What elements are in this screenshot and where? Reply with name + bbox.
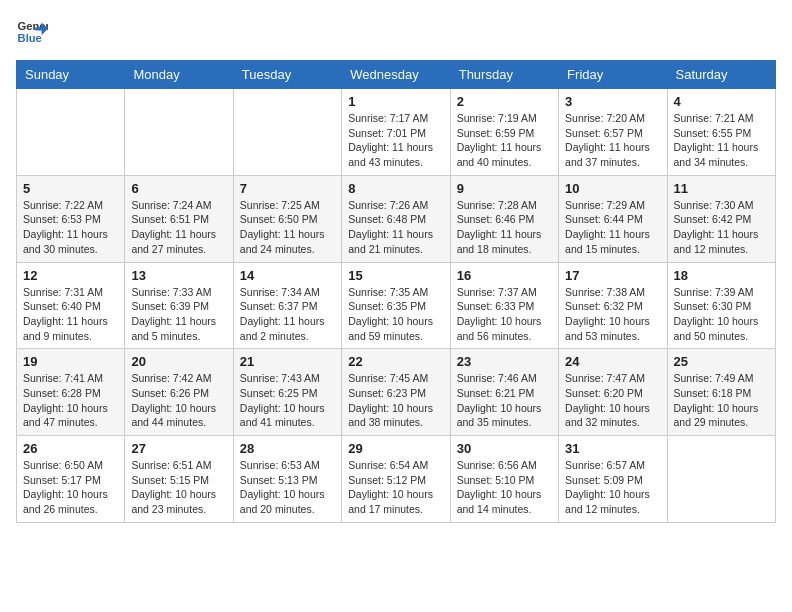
calendar-cell: 27Sunrise: 6:51 AMSunset: 5:15 PMDayligh… (125, 436, 233, 523)
calendar-cell: 1Sunrise: 7:17 AMSunset: 7:01 PMDaylight… (342, 89, 450, 176)
day-info: Sunrise: 6:57 AMSunset: 5:09 PMDaylight:… (565, 458, 660, 517)
calendar-cell: 10Sunrise: 7:29 AMSunset: 6:44 PMDayligh… (559, 175, 667, 262)
day-info: Sunrise: 7:38 AMSunset: 6:32 PMDaylight:… (565, 285, 660, 344)
calendar-cell (17, 89, 125, 176)
day-info: Sunrise: 7:28 AMSunset: 6:46 PMDaylight:… (457, 198, 552, 257)
day-number: 25 (674, 354, 769, 369)
day-number: 24 (565, 354, 660, 369)
day-info: Sunrise: 7:26 AMSunset: 6:48 PMDaylight:… (348, 198, 443, 257)
day-info: Sunrise: 7:47 AMSunset: 6:20 PMDaylight:… (565, 371, 660, 430)
weekday-header-friday: Friday (559, 61, 667, 89)
calendar-cell: 14Sunrise: 7:34 AMSunset: 6:37 PMDayligh… (233, 262, 341, 349)
weekday-header-thursday: Thursday (450, 61, 558, 89)
day-info: Sunrise: 7:45 AMSunset: 6:23 PMDaylight:… (348, 371, 443, 430)
logo: General Blue (16, 16, 48, 48)
calendar-cell: 4Sunrise: 7:21 AMSunset: 6:55 PMDaylight… (667, 89, 775, 176)
calendar-cell: 6Sunrise: 7:24 AMSunset: 6:51 PMDaylight… (125, 175, 233, 262)
day-info: Sunrise: 7:31 AMSunset: 6:40 PMDaylight:… (23, 285, 118, 344)
day-number: 7 (240, 181, 335, 196)
calendar-header-row: SundayMondayTuesdayWednesdayThursdayFrid… (17, 61, 776, 89)
calendar-cell: 12Sunrise: 7:31 AMSunset: 6:40 PMDayligh… (17, 262, 125, 349)
calendar-week-row: 19Sunrise: 7:41 AMSunset: 6:28 PMDayligh… (17, 349, 776, 436)
day-number: 12 (23, 268, 118, 283)
day-info: Sunrise: 7:34 AMSunset: 6:37 PMDaylight:… (240, 285, 335, 344)
day-number: 6 (131, 181, 226, 196)
day-info: Sunrise: 7:37 AMSunset: 6:33 PMDaylight:… (457, 285, 552, 344)
calendar-cell: 8Sunrise: 7:26 AMSunset: 6:48 PMDaylight… (342, 175, 450, 262)
day-info: Sunrise: 6:54 AMSunset: 5:12 PMDaylight:… (348, 458, 443, 517)
day-number: 18 (674, 268, 769, 283)
calendar-cell (667, 436, 775, 523)
calendar-cell: 17Sunrise: 7:38 AMSunset: 6:32 PMDayligh… (559, 262, 667, 349)
day-number: 15 (348, 268, 443, 283)
day-info: Sunrise: 7:19 AMSunset: 6:59 PMDaylight:… (457, 111, 552, 170)
day-info: Sunrise: 6:53 AMSunset: 5:13 PMDaylight:… (240, 458, 335, 517)
day-number: 22 (348, 354, 443, 369)
calendar-cell: 28Sunrise: 6:53 AMSunset: 5:13 PMDayligh… (233, 436, 341, 523)
day-number: 19 (23, 354, 118, 369)
day-number: 2 (457, 94, 552, 109)
day-info: Sunrise: 6:51 AMSunset: 5:15 PMDaylight:… (131, 458, 226, 517)
day-info: Sunrise: 7:30 AMSunset: 6:42 PMDaylight:… (674, 198, 769, 257)
day-number: 27 (131, 441, 226, 456)
logo-icon: General Blue (16, 16, 48, 48)
calendar-cell: 7Sunrise: 7:25 AMSunset: 6:50 PMDaylight… (233, 175, 341, 262)
calendar-cell: 31Sunrise: 6:57 AMSunset: 5:09 PMDayligh… (559, 436, 667, 523)
calendar-table: SundayMondayTuesdayWednesdayThursdayFrid… (16, 60, 776, 523)
day-number: 23 (457, 354, 552, 369)
day-number: 21 (240, 354, 335, 369)
day-info: Sunrise: 7:49 AMSunset: 6:18 PMDaylight:… (674, 371, 769, 430)
day-info: Sunrise: 7:35 AMSunset: 6:35 PMDaylight:… (348, 285, 443, 344)
calendar-cell (125, 89, 233, 176)
calendar-cell: 21Sunrise: 7:43 AMSunset: 6:25 PMDayligh… (233, 349, 341, 436)
day-number: 31 (565, 441, 660, 456)
day-number: 8 (348, 181, 443, 196)
day-number: 17 (565, 268, 660, 283)
weekday-header-saturday: Saturday (667, 61, 775, 89)
day-info: Sunrise: 7:46 AMSunset: 6:21 PMDaylight:… (457, 371, 552, 430)
calendar-week-row: 12Sunrise: 7:31 AMSunset: 6:40 PMDayligh… (17, 262, 776, 349)
day-info: Sunrise: 7:33 AMSunset: 6:39 PMDaylight:… (131, 285, 226, 344)
day-info: Sunrise: 7:21 AMSunset: 6:55 PMDaylight:… (674, 111, 769, 170)
calendar-week-row: 1Sunrise: 7:17 AMSunset: 7:01 PMDaylight… (17, 89, 776, 176)
day-number: 5 (23, 181, 118, 196)
day-number: 1 (348, 94, 443, 109)
day-number: 14 (240, 268, 335, 283)
day-info: Sunrise: 7:24 AMSunset: 6:51 PMDaylight:… (131, 198, 226, 257)
calendar-cell: 13Sunrise: 7:33 AMSunset: 6:39 PMDayligh… (125, 262, 233, 349)
calendar-cell: 16Sunrise: 7:37 AMSunset: 6:33 PMDayligh… (450, 262, 558, 349)
day-number: 26 (23, 441, 118, 456)
calendar-week-row: 5Sunrise: 7:22 AMSunset: 6:53 PMDaylight… (17, 175, 776, 262)
calendar-cell: 26Sunrise: 6:50 AMSunset: 5:17 PMDayligh… (17, 436, 125, 523)
calendar-cell: 9Sunrise: 7:28 AMSunset: 6:46 PMDaylight… (450, 175, 558, 262)
calendar-cell: 23Sunrise: 7:46 AMSunset: 6:21 PMDayligh… (450, 349, 558, 436)
calendar-cell: 20Sunrise: 7:42 AMSunset: 6:26 PMDayligh… (125, 349, 233, 436)
day-number: 29 (348, 441, 443, 456)
calendar-cell: 3Sunrise: 7:20 AMSunset: 6:57 PMDaylight… (559, 89, 667, 176)
calendar-cell: 30Sunrise: 6:56 AMSunset: 5:10 PMDayligh… (450, 436, 558, 523)
day-number: 20 (131, 354, 226, 369)
page-header: General Blue (16, 16, 776, 48)
day-info: Sunrise: 7:39 AMSunset: 6:30 PMDaylight:… (674, 285, 769, 344)
day-info: Sunrise: 7:42 AMSunset: 6:26 PMDaylight:… (131, 371, 226, 430)
weekday-header-monday: Monday (125, 61, 233, 89)
day-number: 16 (457, 268, 552, 283)
day-number: 9 (457, 181, 552, 196)
day-info: Sunrise: 7:22 AMSunset: 6:53 PMDaylight:… (23, 198, 118, 257)
day-info: Sunrise: 6:56 AMSunset: 5:10 PMDaylight:… (457, 458, 552, 517)
calendar-cell: 29Sunrise: 6:54 AMSunset: 5:12 PMDayligh… (342, 436, 450, 523)
svg-text:Blue: Blue (18, 32, 42, 44)
weekday-header-wednesday: Wednesday (342, 61, 450, 89)
day-number: 28 (240, 441, 335, 456)
day-info: Sunrise: 7:25 AMSunset: 6:50 PMDaylight:… (240, 198, 335, 257)
day-number: 10 (565, 181, 660, 196)
day-info: Sunrise: 7:41 AMSunset: 6:28 PMDaylight:… (23, 371, 118, 430)
calendar-cell: 24Sunrise: 7:47 AMSunset: 6:20 PMDayligh… (559, 349, 667, 436)
calendar-cell (233, 89, 341, 176)
calendar-cell: 5Sunrise: 7:22 AMSunset: 6:53 PMDaylight… (17, 175, 125, 262)
day-number: 4 (674, 94, 769, 109)
day-info: Sunrise: 6:50 AMSunset: 5:17 PMDaylight:… (23, 458, 118, 517)
day-info: Sunrise: 7:43 AMSunset: 6:25 PMDaylight:… (240, 371, 335, 430)
day-info: Sunrise: 7:29 AMSunset: 6:44 PMDaylight:… (565, 198, 660, 257)
day-number: 3 (565, 94, 660, 109)
